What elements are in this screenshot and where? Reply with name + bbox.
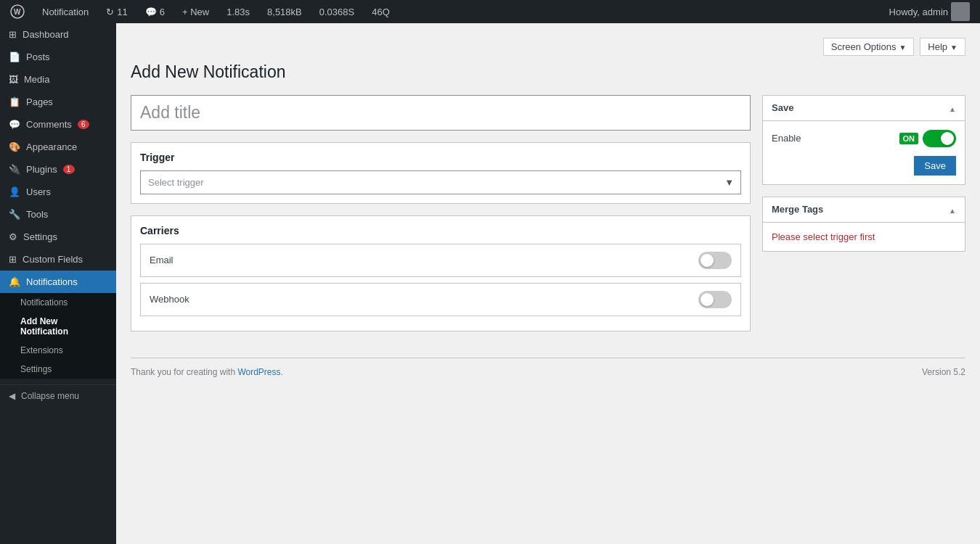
dashboard-icon: ⊞ xyxy=(9,29,17,40)
appearance-icon: 🎨 xyxy=(9,141,20,152)
help-chevron-icon xyxy=(950,41,957,52)
admin-bar: W Notification ↻ 11 💬 6 + New 1.83s 8,51… xyxy=(0,0,980,23)
carrier-row-webhook: Webhook xyxy=(140,283,741,316)
sidebar-item-media[interactable]: 🖼 Media xyxy=(0,68,116,91)
comments-icon: 💬 xyxy=(145,7,157,17)
sidebar-item-label: Plugins xyxy=(26,164,57,175)
perf3-item: 0.0368S xyxy=(315,0,359,23)
merge-tags-toggle-button[interactable] xyxy=(949,203,956,216)
save-panel-toggle-button[interactable] xyxy=(949,102,956,115)
sidebar-item-label: Pages xyxy=(26,96,53,107)
submenu-notifications[interactable]: Notifications xyxy=(0,293,116,312)
sidebar-item-plugins[interactable]: 🔌 Plugins 1 xyxy=(0,158,116,181)
comments-item[interactable]: 💬 6 xyxy=(141,0,169,23)
pages-icon: 📋 xyxy=(9,96,20,107)
user-avatar xyxy=(951,2,970,21)
site-name-item[interactable]: Notification xyxy=(38,0,93,23)
sidebar-item-tools[interactable]: 🔧 Tools xyxy=(0,203,116,226)
footer-thank-you: Thank you for creating with xyxy=(131,367,237,377)
merge-tags-header: Merge Tags xyxy=(763,197,965,223)
main-content: Screen Options Help Add New Notification… xyxy=(116,23,980,544)
media-icon: 🖼 xyxy=(9,74,18,85)
sidebar-item-settings[interactable]: ⚙ Settings xyxy=(0,226,116,248)
user-info[interactable]: Howdy, admin xyxy=(885,0,974,23)
sidebar-item-comments[interactable]: 💬 Comments 6 xyxy=(0,113,116,136)
custom-fields-icon: ⊞ xyxy=(9,254,17,265)
perf2-item: 8,518kB xyxy=(263,0,306,23)
posts-icon: 📄 xyxy=(9,51,20,62)
comments-badge: 6 xyxy=(78,120,89,129)
sidebar-item-dashboard[interactable]: ⊞ Dashboard xyxy=(0,23,116,46)
trigger-select-wrap: Select trigger ▼ xyxy=(140,170,741,194)
sidebar: ⊞ Dashboard 📄 Posts 🖼 Media 📋 Pages 💬 Co… xyxy=(0,23,116,544)
updates-icon: ↻ xyxy=(106,7,114,17)
save-panel-chevron-icon xyxy=(949,102,956,114)
sidebar-item-label: Comments xyxy=(26,119,72,130)
sidebar-item-label: Tools xyxy=(26,209,48,220)
carrier-webhook-toggle[interactable] xyxy=(698,291,732,308)
footer: Thank you for creating with WordPress. V… xyxy=(131,358,965,386)
sidebar-item-label: Posts xyxy=(26,51,50,62)
sidebar-item-label: Dashboard xyxy=(23,29,69,40)
plugins-icon: 🔌 xyxy=(9,164,20,175)
user-label: Howdy, admin xyxy=(889,7,948,17)
save-button[interactable]: Save xyxy=(914,156,956,176)
help-label: Help xyxy=(928,41,947,52)
enable-toggle-group: ON xyxy=(899,130,957,147)
sidebar-item-label: Users xyxy=(26,186,51,197)
collapse-menu-button[interactable]: ◀ Collapse menu xyxy=(0,384,116,407)
enable-label: Enable xyxy=(772,133,801,144)
updates-count: 11 xyxy=(117,7,127,17)
sidebar-item-appearance[interactable]: 🎨 Appearance xyxy=(0,136,116,158)
site-name: Notification xyxy=(42,7,89,17)
screen-options-chevron-icon xyxy=(899,41,906,52)
collapse-label: Collapse menu xyxy=(21,391,79,401)
carrier-email-slider xyxy=(698,252,732,269)
carrier-email-toggle[interactable] xyxy=(698,252,732,269)
perf4-item: 46Q xyxy=(367,0,394,23)
sidebar-item-notifications[interactable]: 🔔 Notifications xyxy=(0,271,116,293)
sidebar-item-posts[interactable]: 📄 Posts xyxy=(0,46,116,68)
merge-tags-body: Please select trigger first xyxy=(763,223,965,251)
carrier-email-name: Email xyxy=(150,255,173,265)
sidebar-item-custom-fields[interactable]: ⊞ Custom Fields xyxy=(0,248,116,271)
screen-options-label: Screen Options xyxy=(831,41,897,52)
sidebar-item-pages[interactable]: 📋 Pages xyxy=(0,91,116,113)
content-area: Trigger Select trigger ▼ Carriers Email xyxy=(131,95,965,343)
screen-options-button[interactable]: Screen Options xyxy=(823,38,915,56)
submenu-add-new[interactable]: Add New Notification xyxy=(0,312,116,341)
merge-tags-panel: Merge Tags Please select trigger first xyxy=(762,197,965,252)
save-panel-header: Save xyxy=(763,96,965,121)
save-panel-body: Enable ON Save xyxy=(763,121,965,184)
sidebar-item-label: Settings xyxy=(23,231,57,242)
carriers-section: Carriers Email Webhook xyxy=(131,215,751,331)
sidebar-item-users[interactable]: 👤 Users xyxy=(0,181,116,203)
perf1-item: 1.83s xyxy=(222,0,254,23)
sidebar-item-label: Notifications xyxy=(26,276,78,287)
on-label: ON xyxy=(899,133,919,144)
enable-toggle[interactable] xyxy=(923,130,956,147)
submenu-extensions[interactable]: Extensions xyxy=(0,341,116,360)
footer-credit: Thank you for creating with WordPress. xyxy=(131,367,283,377)
new-label: + New xyxy=(182,7,209,17)
submenu-settings[interactable]: Settings xyxy=(0,360,116,379)
footer-wp-link[interactable]: WordPress xyxy=(237,367,280,377)
updates-item[interactable]: ↻ 11 xyxy=(102,0,131,23)
settings-icon: ⚙ xyxy=(9,231,17,242)
users-icon: 👤 xyxy=(9,186,20,197)
title-input[interactable] xyxy=(131,95,751,131)
trigger-select[interactable]: Select trigger xyxy=(140,170,741,194)
sidebar-item-label: Appearance xyxy=(26,141,77,152)
trigger-section: Trigger Select trigger ▼ xyxy=(131,142,751,204)
new-item[interactable]: + New xyxy=(178,0,213,23)
footer-version: Version 5.2 xyxy=(922,367,965,377)
help-button[interactable]: Help xyxy=(920,38,965,56)
header-toolbar: Screen Options Help xyxy=(131,38,965,56)
svg-text:W: W xyxy=(14,8,21,16)
page-title: Add New Notification xyxy=(131,62,965,83)
wp-logo-item[interactable]: W xyxy=(6,0,29,23)
collapse-icon: ◀ xyxy=(9,391,15,401)
carrier-webhook-slider xyxy=(698,291,732,308)
save-panel: Save Enable ON xyxy=(762,95,965,185)
side-column: Save Enable ON xyxy=(762,95,965,252)
